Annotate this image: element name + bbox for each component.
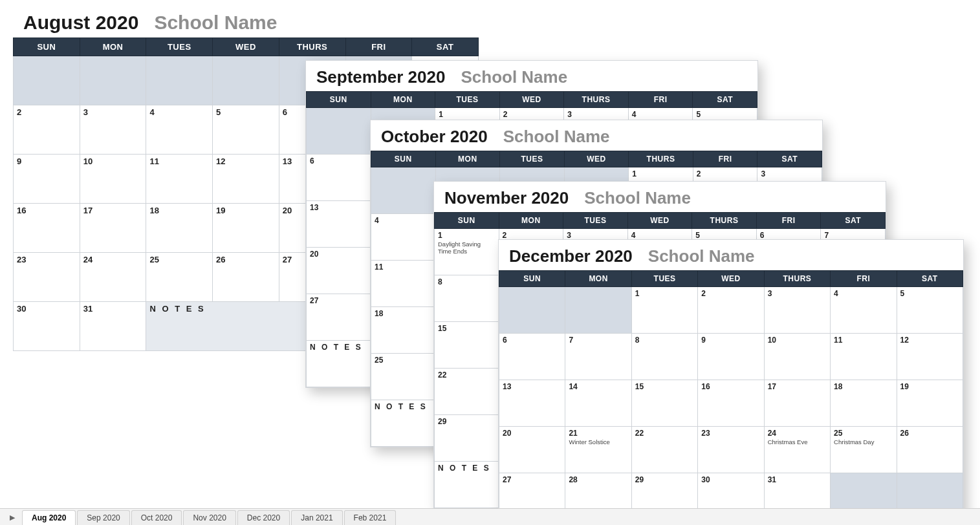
calendar-day-cell[interactable]: 26 <box>213 253 279 302</box>
sheet-tab[interactable]: Dec 2020 <box>237 510 290 525</box>
school-name: School Name <box>461 67 567 87</box>
calendar-day-cell[interactable]: 24 <box>80 253 146 302</box>
weekday-header: FRI <box>628 92 693 108</box>
sheet-tab[interactable]: Aug 2020 <box>22 510 76 525</box>
weekday-header: FRI <box>693 151 757 167</box>
sheet-tab[interactable]: Oct 2020 <box>131 510 182 525</box>
calendar-day-cell[interactable]: 14 <box>565 380 631 427</box>
sheet-tab[interactable]: Feb 2021 <box>344 510 397 525</box>
weekday-header: SUN <box>499 271 565 287</box>
calendar-day-cell[interactable]: 3 <box>764 287 830 334</box>
calendar-day-cell[interactable]: 23 <box>698 427 764 473</box>
weekday-header: SAT <box>412 38 479 56</box>
calendar-day-cell[interactable]: 22 <box>435 369 499 415</box>
calendar-day-cell[interactable]: 30 <box>14 302 80 351</box>
calendar-day-cell[interactable]: 26 <box>897 427 963 473</box>
calendar-day-cell[interactable]: 9 <box>14 155 80 204</box>
calendar-day-cell[interactable]: 6 <box>499 334 565 380</box>
weekday-header: TUES <box>563 213 628 229</box>
calendar-day-cell[interactable]: 3 <box>80 105 146 155</box>
sheet-tab[interactable]: Nov 2020 <box>183 510 235 525</box>
weekday-header: SUN <box>14 38 80 56</box>
calendar-day-cell[interactable]: 5 <box>897 287 963 334</box>
calendar-day-cell[interactable]: 20 <box>307 248 371 294</box>
school-name: School Name <box>648 246 755 266</box>
month-title: November 2020 <box>444 188 569 208</box>
calendar-day-cell[interactable]: 17 <box>764 380 830 427</box>
calendar-day-cell[interactable]: 27 <box>307 294 371 341</box>
calendar-day-cell[interactable]: 1 <box>631 287 697 334</box>
calendar-day-cell[interactable]: 18 <box>831 380 897 427</box>
calendar-day-cell[interactable]: 20 <box>499 427 565 473</box>
weekday-header: SAT <box>757 151 822 167</box>
calendar-day-cell[interactable]: 19 <box>897 380 963 427</box>
weekday-header: SAT <box>897 271 963 287</box>
sheet-nav-prev-icon[interactable]: ▶ <box>3 509 22 525</box>
calendar-pad-cell <box>213 56 279 105</box>
calendar-day-cell[interactable]: 25 <box>146 253 213 302</box>
calendar-day-cell[interactable]: 17 <box>80 204 146 253</box>
calendar-day-cell[interactable]: 24Christmas Eve <box>764 427 830 473</box>
calendar-day-cell[interactable]: 7 <box>565 334 631 380</box>
calendar-day-cell[interactable]: 8 <box>631 334 697 380</box>
calendar-title-row: August 2020 School Name <box>13 5 479 38</box>
calendar-day-cell[interactable]: 25 <box>371 354 436 400</box>
calendar-event-label: Christmas Day <box>834 439 893 446</box>
calendar-day-cell[interactable]: 4 <box>146 105 213 155</box>
calendar-day-cell[interactable]: 11 <box>146 155 213 204</box>
calendar-december: December 2020 School Name SUNMONTUESWEDT… <box>498 239 964 525</box>
calendar-day-cell[interactable]: 25Christmas Day <box>831 427 897 473</box>
calendar-day-cell[interactable]: 13 <box>499 380 565 427</box>
weekday-header: WED <box>499 92 564 108</box>
calendar-day-cell[interactable]: 15 <box>631 380 697 427</box>
weekday-header: FRI <box>831 271 897 287</box>
calendar-day-cell[interactable]: 2 <box>698 287 764 334</box>
calendar-day-cell[interactable]: 18 <box>146 204 213 253</box>
calendar-day-cell[interactable]: 2 <box>14 105 80 155</box>
calendar-day-cell[interactable]: 1Daylight Saving Time Ends <box>435 229 499 275</box>
calendar-day-cell[interactable]: 12 <box>897 334 963 380</box>
sheet-tab[interactable]: Jan 2021 <box>291 510 342 525</box>
calendar-pad-cell <box>565 287 631 334</box>
calendar-day-cell[interactable]: 29 <box>435 415 499 462</box>
calendar-day-cell[interactable]: 11 <box>371 261 436 307</box>
calendar-grid-dec: SUNMONTUESWEDTHURSFRISAT1234567891011121… <box>499 270 963 525</box>
calendar-day-cell[interactable]: 12 <box>213 155 279 204</box>
calendar-day-cell[interactable]: 19 <box>213 204 279 253</box>
calendar-day-cell[interactable]: 18 <box>371 307 436 354</box>
calendar-day-cell[interactable]: 21Winter Solstice <box>565 427 631 473</box>
weekday-header: TUES <box>435 92 500 108</box>
calendar-day-cell[interactable]: 15 <box>435 322 499 369</box>
calendar-event-label: Daylight Saving Time Ends <box>438 241 495 255</box>
weekday-header: THURS <box>692 213 757 229</box>
calendar-day-cell[interactable]: 6 <box>307 155 371 201</box>
calendar-pad-cell <box>146 56 213 105</box>
calendar-day-cell[interactable]: 16 <box>14 204 80 253</box>
calendar-day-cell[interactable]: 9 <box>698 334 764 380</box>
calendar-event-label: Christmas Eve <box>768 439 827 446</box>
calendar-day-cell[interactable]: 31 <box>80 302 146 351</box>
calendar-day-cell[interactable]: 13 <box>307 201 371 248</box>
weekday-header: THURS <box>564 92 629 108</box>
calendar-pad-cell <box>307 108 371 155</box>
weekday-header: MON <box>80 38 146 56</box>
weekday-header: FRI <box>756 213 821 229</box>
calendar-day-cell[interactable]: 10 <box>764 334 830 380</box>
weekday-header: MON <box>371 92 435 108</box>
sheet-tab[interactable]: Sep 2020 <box>77 510 129 525</box>
calendar-day-cell[interactable]: 11 <box>831 334 897 380</box>
calendar-day-cell[interactable]: 5 <box>213 105 279 155</box>
weekday-header: MON <box>435 151 500 167</box>
calendar-day-cell[interactable]: 23 <box>14 253 80 302</box>
calendar-day-cell[interactable]: 4 <box>371 214 436 261</box>
calendar-day-cell[interactable]: 8 <box>435 275 499 322</box>
calendar-day-cell[interactable]: 4 <box>831 287 897 334</box>
calendar-day-cell[interactable]: 22 <box>631 427 697 473</box>
calendar-day-cell[interactable]: 10 <box>80 155 146 204</box>
weekday-header: MON <box>499 213 563 229</box>
month-title: August 2020 <box>23 12 138 34</box>
calendar-pad-cell <box>80 56 146 105</box>
calendar-day-cell[interactable]: 16 <box>698 380 764 427</box>
weekday-header: SUN <box>307 92 371 108</box>
calendar-pad-cell <box>371 167 436 214</box>
